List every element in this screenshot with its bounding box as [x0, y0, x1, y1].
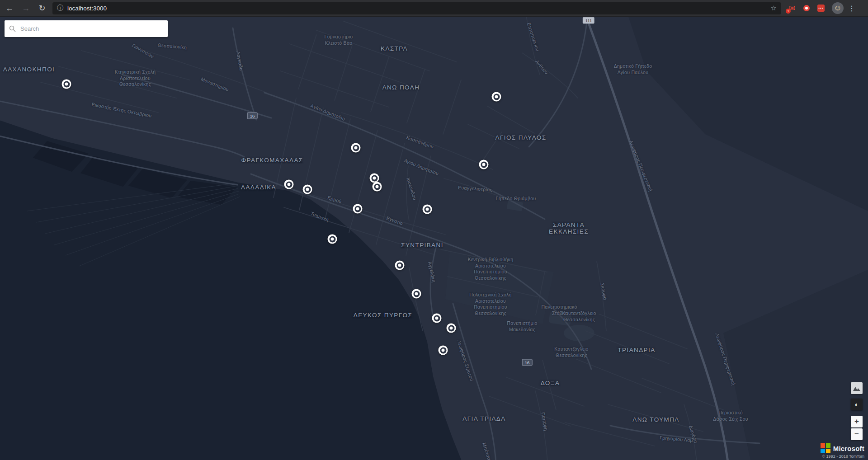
dots-icon: •••	[817, 5, 825, 12]
forward-button[interactable]: →	[19, 1, 33, 15]
search-icon	[9, 25, 16, 32]
map-marker[interactable]	[62, 80, 71, 89]
map-search-box	[5, 20, 168, 37]
map-marker[interactable]	[284, 180, 294, 189]
extensions-area: ✉ 1 •••	[788, 4, 826, 13]
terrain-button[interactable]	[851, 382, 863, 394]
page-info-icon[interactable]: ⓘ	[57, 4, 63, 12]
browser-menu-button[interactable]: ⋮	[846, 3, 857, 14]
map-marker[interactable]	[373, 182, 382, 192]
map-container[interactable]: ΛΑΧΑΝΟΚΗΠΟΙΚΑΣΤΡΑΑΝΩ ΠΟΛΗΑΓΙΟΣ ΠΑΥΛΟΣΦΡΑ…	[0, 17, 868, 460]
map-marker[interactable]	[353, 204, 363, 214]
zoom-out-button[interactable]: −	[851, 428, 863, 440]
bookmark-star-icon[interactable]: ☆	[771, 4, 777, 12]
map-marker[interactable]	[492, 92, 501, 102]
map-marker[interactable]	[423, 205, 432, 214]
map-style-button[interactable]: ◐	[851, 399, 863, 410]
map-marker[interactable]	[412, 289, 421, 299]
map-markers-layer	[0, 17, 868, 460]
map-marker[interactable]	[303, 185, 312, 194]
map-marker[interactable]	[351, 143, 361, 153]
map-marker[interactable]	[447, 324, 456, 333]
map-marker[interactable]	[432, 314, 442, 323]
mail-extension-icon[interactable]: ✉ 1	[788, 4, 797, 13]
browser-toolbar: ← → ↻ ⓘ localhost:3000 ☆ ✉ 1 ••• ☺ ⋮	[0, 0, 868, 17]
adblock-extension-icon[interactable]	[802, 4, 811, 13]
map-marker[interactable]	[479, 160, 489, 169]
terrain-icon	[853, 385, 860, 391]
search-input[interactable]	[20, 25, 163, 32]
profile-avatar[interactable]: ☺	[832, 2, 844, 14]
zoom-in-button[interactable]: +	[851, 416, 863, 427]
map-marker[interactable]	[439, 346, 448, 355]
map-marker[interactable]	[328, 235, 337, 244]
red-circle-icon	[803, 5, 810, 11]
mail-badge: 1	[786, 9, 791, 14]
password-extension-icon[interactable]: •••	[816, 4, 826, 13]
microsoft-brand-text: Microsoft	[833, 445, 864, 452]
microsoft-logo-icon	[821, 443, 830, 453]
address-bar[interactable]: ⓘ localhost:3000 ☆	[52, 2, 781, 14]
map-marker[interactable]	[395, 261, 405, 270]
map-marker[interactable]	[370, 174, 379, 183]
map-copyright: © 1992 - 2018 TomTom	[821, 454, 864, 459]
reload-button[interactable]: ↻	[35, 1, 49, 15]
url-text[interactable]: localhost:3000	[67, 5, 771, 12]
back-button[interactable]: ←	[3, 1, 16, 15]
map-attribution: Microsoft © 1992 - 2018 TomTom	[821, 443, 864, 459]
